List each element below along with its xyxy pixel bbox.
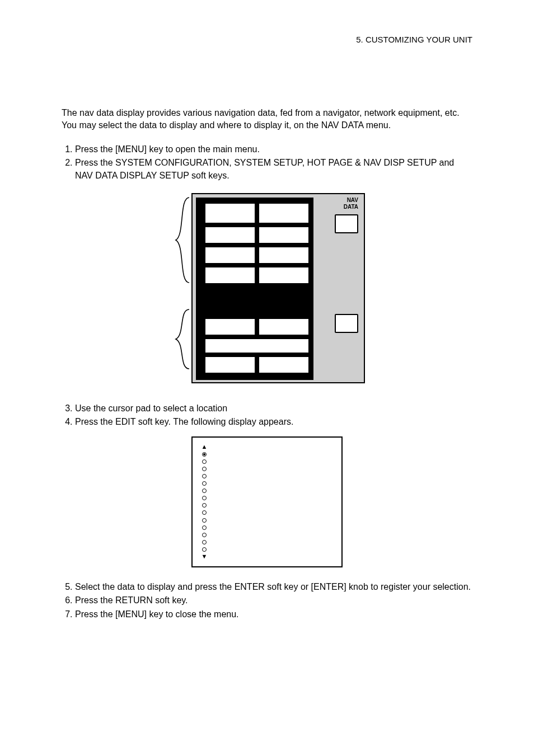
radio-empty-icon (202, 489, 207, 493)
softkey-box-2 (335, 314, 358, 333)
step-item: Use the cursor pad to select a location (75, 402, 472, 415)
softkey-box-1 (335, 214, 358, 233)
radio-empty-icon (202, 467, 207, 471)
layout-cell (205, 203, 255, 223)
layout-cell (259, 318, 309, 335)
radio-empty-icon (202, 547, 207, 552)
layout-cell (259, 247, 309, 264)
step-item: Press the RETURN soft key. (75, 594, 472, 607)
radio-empty-icon (202, 533, 207, 537)
intro-paragraph: The nav data display provides various na… (62, 107, 472, 132)
option-item (200, 516, 334, 524)
layout-cell (205, 356, 255, 373)
radio-empty-icon (202, 525, 207, 530)
radio-empty-icon (202, 496, 207, 500)
option-item (200, 538, 334, 546)
radio-selected-icon (202, 452, 207, 457)
step-item: Press the [MENU] key to close the menu. (75, 608, 472, 621)
layout-cell (259, 356, 309, 373)
radio-empty-icon (202, 518, 207, 523)
steps-list-c: Select the data to display and press the… (62, 581, 472, 621)
radio-empty-icon (202, 540, 207, 544)
radio-empty-icon (202, 474, 207, 478)
steps-list-a: Press the [MENU] key to open the main me… (62, 143, 472, 182)
device-screen-outer: NAV DATA (191, 193, 365, 383)
device-screen-inner (196, 198, 313, 380)
radio-empty-icon (202, 503, 207, 508)
option-item (200, 494, 334, 501)
option-list-window: ▲ ▼ (191, 436, 343, 567)
radio-empty-icon (202, 459, 207, 464)
scroll-up-arrow: ▲ (200, 443, 334, 450)
brace-page1 (174, 196, 190, 284)
step-item: Press the EDIT soft key. The following d… (75, 416, 472, 428)
option-item (200, 531, 334, 538)
option-item (200, 450, 334, 458)
step-item: Select the data to display and press the… (75, 581, 472, 593)
step-item: Press the [MENU] key to open the main me… (75, 143, 472, 156)
layout-cell (205, 267, 255, 284)
softkey-label-nav: NAV (319, 198, 358, 203)
layout-cell (205, 227, 255, 243)
option-item (200, 458, 334, 465)
step-item: Press the SYSTEM CONFIGURATION, SYSTEM S… (75, 157, 472, 182)
figure-nav-data-layout: NAV DATA (62, 191, 472, 387)
option-item (200, 472, 334, 480)
option-item (200, 465, 334, 472)
layout-cell (259, 227, 309, 243)
figure-option-list: ▲ ▼ (62, 436, 472, 567)
page: 5. CUSTOMIZING YOUR UNIT The nav data di… (0, 0, 534, 662)
layout-cell (259, 203, 309, 223)
option-item (200, 480, 334, 487)
option-item (200, 524, 334, 531)
option-item (200, 487, 334, 494)
steps-list-b: Use the cursor pad to select a location … (62, 402, 472, 429)
layout-cell (205, 339, 309, 353)
option-item (200, 509, 334, 516)
softkey-label-data: DATA (319, 204, 358, 210)
layout-cell (205, 318, 255, 335)
layout-cell (259, 267, 309, 284)
radio-empty-icon (202, 481, 207, 486)
page-header-chapter: 5. CUSTOMIZING YOUR UNIT (62, 34, 472, 45)
option-item (200, 501, 334, 509)
brace-page2 (174, 308, 190, 370)
option-list: ▲ ▼ (200, 443, 334, 561)
option-item (200, 546, 334, 553)
layout-cell (205, 247, 255, 264)
scroll-down-arrow: ▼ (200, 553, 334, 560)
radio-empty-icon (202, 510, 207, 515)
